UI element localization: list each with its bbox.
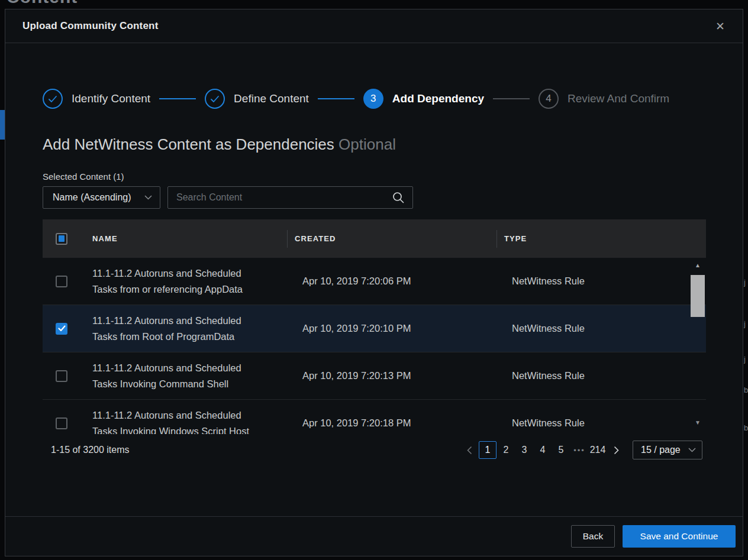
sort-dropdown-value: Name (Ascending) bbox=[53, 192, 131, 203]
scrollbar-thumb[interactable] bbox=[691, 275, 705, 317]
background-text-fragments: j j j b b bbox=[744, 0, 748, 560]
indeterminate-mark bbox=[59, 235, 65, 242]
page-button-1[interactable]: 1 bbox=[479, 441, 496, 459]
modal-title: Upload Community Content bbox=[22, 20, 159, 32]
wizard-stepper: Identify Content Define Content 3 Add De… bbox=[43, 88, 705, 109]
row-created: Apr 10, 2019 7:20:06 PM bbox=[295, 276, 504, 287]
step-add-dependency[interactable]: 3 Add Dependency bbox=[363, 89, 484, 109]
search-box bbox=[167, 186, 413, 209]
page-button-4[interactable]: 4 bbox=[534, 441, 552, 459]
step-review-and-confirm[interactable]: 4 Review And Confirm bbox=[539, 89, 669, 109]
selected-content-count: Selected Content (1) bbox=[43, 171, 705, 182]
step-complete-check-icon bbox=[43, 89, 63, 109]
back-button[interactable]: Back bbox=[571, 525, 615, 548]
column-separator bbox=[287, 230, 288, 248]
next-page-icon[interactable] bbox=[607, 441, 625, 459]
upload-community-content-modal: Upload Community Content ✕ Identify Cont… bbox=[5, 9, 743, 556]
save-and-continue-button[interactable]: Save and Continue bbox=[623, 525, 736, 548]
row-created: Apr 10, 2019 7:20:18 PM bbox=[295, 417, 504, 429]
row-name: 11.1-11.2 Autoruns and Scheduled Tasks I… bbox=[92, 407, 258, 434]
bg-glyph: j bbox=[744, 355, 746, 364]
table-body: 11.1-11.2 Autoruns and Scheduled Tasks f… bbox=[43, 258, 706, 434]
step-label: Review And Confirm bbox=[568, 92, 669, 105]
step-number: 4 bbox=[539, 89, 559, 109]
bg-glyph: j bbox=[744, 319, 746, 328]
page-button-last[interactable]: 214 bbox=[589, 441, 607, 459]
column-header-created[interactable]: CREATED bbox=[287, 234, 496, 243]
list-controls: Name (Ascending) bbox=[43, 186, 705, 209]
row-name: 11.1-11.2 Autoruns and Scheduled Tasks f… bbox=[92, 266, 258, 297]
modal-header: Upload Community Content ✕ bbox=[5, 9, 743, 43]
close-icon[interactable]: ✕ bbox=[715, 20, 725, 33]
search-input[interactable] bbox=[168, 192, 392, 203]
step-connector bbox=[493, 98, 530, 99]
section-heading-text: Add NetWitness Content as Dependencies bbox=[43, 135, 334, 153]
pager: 1 2 3 4 5 ••• 214 15 / page bbox=[460, 441, 705, 459]
step-label: Identify Content bbox=[72, 92, 150, 105]
page-button-3[interactable]: 3 bbox=[515, 441, 533, 459]
step-complete-check-icon bbox=[205, 89, 225, 109]
table-row[interactable]: 11.1-11.2 Autoruns and Scheduled Tasks I… bbox=[43, 352, 706, 400]
step-connector bbox=[159, 98, 196, 99]
step-label: Define Content bbox=[234, 92, 309, 105]
step-identify-content[interactable]: Identify Content bbox=[43, 89, 150, 109]
row-created: Apr 10, 2019 7:20:10 PM bbox=[295, 323, 504, 334]
search-icon[interactable] bbox=[392, 191, 405, 204]
row-type: NetWitness Rule bbox=[504, 276, 706, 287]
table-row[interactable]: 11.1-11.2 Autoruns and Scheduled Tasks f… bbox=[43, 258, 706, 305]
row-type: NetWitness Rule bbox=[504, 323, 706, 334]
chevron-down-icon bbox=[688, 448, 696, 452]
table-scrollbar: ▲ ▼ bbox=[691, 258, 705, 434]
items-summary: 1-15 of 3200 items bbox=[51, 445, 130, 455]
modal-footer: Back Save and Continue bbox=[5, 516, 743, 556]
page-button-2[interactable]: 2 bbox=[497, 441, 515, 459]
step-label: Add Dependency bbox=[392, 92, 484, 105]
table-row[interactable]: 11.1-11.2 Autoruns and Scheduled Tasks I… bbox=[43, 400, 706, 434]
page-button-5[interactable]: 5 bbox=[552, 441, 570, 459]
row-name: 11.1-11.2 Autoruns and Scheduled Tasks I… bbox=[92, 360, 258, 392]
background-page-heading: Content bbox=[7, 0, 137, 9]
chevron-down-icon bbox=[144, 195, 152, 200]
modal-body: Identify Content Define Content 3 Add De… bbox=[5, 88, 743, 460]
page-size-dropdown[interactable]: 15 / page bbox=[633, 441, 702, 459]
row-name: 11.1-11.2 Autoruns and Scheduled Tasks f… bbox=[92, 313, 258, 345]
dependencies-table: NAME CREATED TYPE 11.1-11.2 Autoruns and… bbox=[43, 219, 706, 434]
sort-dropdown[interactable]: Name (Ascending) bbox=[43, 186, 160, 209]
column-separator bbox=[496, 230, 497, 248]
table-header: NAME CREATED TYPE bbox=[43, 219, 706, 258]
section-heading: Add NetWitness Content as Dependencies O… bbox=[43, 135, 705, 154]
pagination-bar: 1-15 of 3200 items 1 2 3 4 5 ••• 214 15 … bbox=[43, 440, 705, 460]
select-all-checkbox[interactable] bbox=[56, 233, 67, 245]
step-define-content[interactable]: Define Content bbox=[205, 89, 309, 109]
scroll-down-icon[interactable]: ▼ bbox=[691, 420, 705, 426]
prev-page-icon[interactable] bbox=[460, 441, 478, 459]
step-connector bbox=[318, 98, 354, 99]
column-header-name[interactable]: NAME bbox=[92, 234, 287, 243]
table-row[interactable]: 11.1-11.2 Autoruns and Scheduled Tasks f… bbox=[43, 305, 706, 352]
row-checkbox[interactable] bbox=[56, 417, 67, 429]
row-checkbox[interactable] bbox=[56, 370, 67, 382]
section-heading-optional: Optional bbox=[338, 135, 396, 153]
row-created: Apr 10, 2019 7:20:13 PM bbox=[295, 370, 504, 381]
row-checkbox[interactable] bbox=[56, 276, 67, 287]
pagination-ellipsis[interactable]: ••• bbox=[570, 441, 588, 459]
page-size-value: 15 / page bbox=[641, 445, 681, 455]
step-number: 3 bbox=[363, 89, 383, 109]
bg-glyph: j bbox=[744, 278, 746, 287]
bg-glyph: b bbox=[744, 423, 748, 432]
column-header-type[interactable]: TYPE bbox=[496, 234, 706, 243]
bg-glyph: b bbox=[744, 386, 748, 394]
row-type: NetWitness Rule bbox=[504, 370, 706, 381]
row-type: NetWitness Rule bbox=[504, 417, 706, 429]
row-checkbox-checked[interactable] bbox=[56, 323, 67, 335]
background-selected-nav-strip bbox=[0, 110, 5, 140]
scroll-up-icon[interactable]: ▲ bbox=[691, 263, 705, 268]
